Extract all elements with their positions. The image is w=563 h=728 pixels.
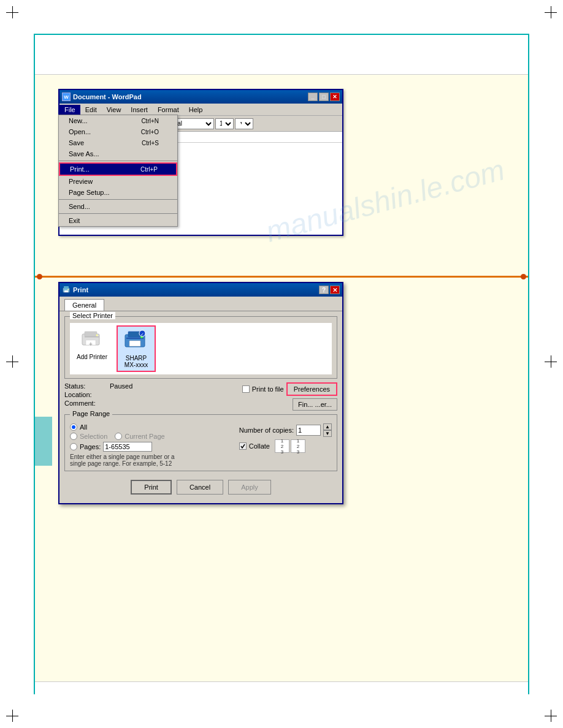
wordpad-app-icon: W [62,93,71,101]
collate-row: Collate 123 123 [239,439,305,453]
menu-save[interactable]: SaveCtrl+S [59,137,177,148]
cancel-button[interactable]: Cancel [177,480,223,495]
pages-label: Pages: [80,443,101,450]
copies-input[interactable] [296,425,321,436]
pages-input[interactable] [103,442,152,452]
menu-file[interactable]: File [59,105,80,115]
menu-preview[interactable]: Preview [59,176,177,187]
menu-separator-1 [59,161,177,161]
corner-mark-tl [6,6,18,18]
collate-label: Collate [249,442,270,450]
status-label: Status: [64,382,107,390]
menu-view[interactable]: View [102,105,126,115]
print-dialog: Print ? ✕ General Select Printer [58,282,343,504]
minimize-button[interactable]: _ [308,93,318,101]
svg-rect-2 [64,290,68,292]
select-printer-container: Select Printer + Add Printer [64,316,337,379]
svg-rect-1 [64,286,69,289]
print-button[interactable]: Print [131,480,172,495]
status-right: Print to file Preferences Fin... ...er..… [242,382,337,411]
svg-text:✓: ✓ [140,332,144,336]
copies-up[interactable]: ▲ [323,423,332,430]
dialog-buttons: Print Cancel Apply [64,476,337,498]
copies-down[interactable]: ▼ [323,430,332,437]
add-printer-item[interactable]: + Add Printer [72,325,112,363]
print-title-group: Print [62,286,88,294]
find-printer-button[interactable]: Fin... ...er... [293,398,337,411]
menu-separator-3 [59,213,177,214]
menu-new[interactable]: New...Ctrl+N [59,115,177,126]
svg-rect-5 [85,332,97,336]
menu-separator-2 [59,199,177,200]
print-to-file-row: Print to file Preferences [242,382,337,396]
menu-format[interactable]: Format [153,105,184,115]
preferences-button[interactable]: Preferences [286,382,337,396]
copies-label: Number of copies: [239,427,294,434]
select-printer-legend: Select Printer [70,312,115,319]
print-tab-general[interactable]: General [64,299,104,311]
menu-insert[interactable]: Insert [126,105,153,115]
selection-radio[interactable] [70,433,77,440]
add-printer-icon: + [80,328,104,352]
section-divider [35,276,528,278]
maximize-button[interactable]: □ [319,93,329,101]
add-printer-svg: + [81,330,103,350]
menu-open[interactable]: Open...Ctrl+O [59,126,177,137]
corner-mark-bl [6,710,18,722]
sharp-printer-svg: ✓ [124,330,148,353]
print-help-button[interactable]: ? [319,286,329,294]
current-page-label: Current Page [124,433,164,440]
menu-save-as[interactable]: Save As... [59,148,177,159]
size-select[interactable]: 10 [215,118,234,129]
titlebar-buttons[interactable]: _ □ ✕ [308,93,340,101]
middle-mark-left [6,355,18,368]
status-area: Status: Paused Location: Comment: Print … [64,382,337,411]
collate-checkbox[interactable] [239,442,247,450]
svg-point-3 [67,289,69,290]
menu-exit[interactable]: Exit [59,215,177,226]
location-row: Location: [64,391,242,398]
all-radio[interactable] [70,423,77,431]
print-to-file-checkbox[interactable] [242,385,250,393]
print-dialog-icon [62,286,71,294]
all-radio-row: All [70,423,186,431]
collate-check-icon [240,443,246,449]
close-button[interactable]: ✕ [330,93,340,101]
status-left: Status: Paused Location: Comment: [64,382,242,408]
svg-rect-7 [85,336,99,338]
menu-send[interactable]: Send... [59,201,177,212]
page-hint: Enter either a single page number or a s… [70,453,186,467]
page-range-legend: Page Range [70,410,112,417]
collate-icons: 123 123 [275,439,305,453]
titlebar-title-group: W Document - WordPad [62,93,142,101]
divider-dot-right [521,274,526,279]
selection-label: Selection [80,433,107,440]
print-dialog-controls[interactable]: ? ✕ [319,286,340,294]
apply-button[interactable]: Apply [228,480,271,495]
find-btn-row: Fin... ...er... [242,398,337,411]
current-page-radio[interactable] [115,433,122,440]
collate-icon-2: 123 [291,439,305,453]
menu-edit[interactable]: Edit [80,105,102,115]
location-label: Location: [64,391,107,398]
copies-row: Number of copies: ▲ ▼ [239,423,332,437]
page-range-box: Page Range All Selection Current Page Pa… [64,414,337,471]
print-dialog-title: Print [73,286,88,294]
menu-print[interactable]: Print...Ctrl+P [59,162,177,176]
left-sidebar-accent [35,417,52,466]
menu-page-setup[interactable]: Page Setup... [59,187,177,198]
size-dropdown[interactable]: ▼ [235,118,253,129]
pages-radio[interactable] [70,443,77,450]
svg-text:+: + [89,341,93,347]
pages-row: Pages: [70,442,186,452]
bottom-strip [35,681,528,696]
print-dialog-titlebar: Print ? ✕ [59,283,342,297]
collate-icon-1: 123 [275,439,289,453]
print-dialog-content: Select Printer + Add Printer [59,311,342,503]
add-printer-label: Add Printer [77,354,107,360]
menu-help[interactable]: Help [184,105,208,115]
sharp-printer-item[interactable]: ✓ SHARPMX-xxxx [117,325,156,372]
copies-spinner[interactable]: ▲ ▼ [323,423,332,437]
wordpad-menubar: File Edit View Insert Format Help [59,104,342,116]
print-close-button[interactable]: ✕ [330,286,340,294]
